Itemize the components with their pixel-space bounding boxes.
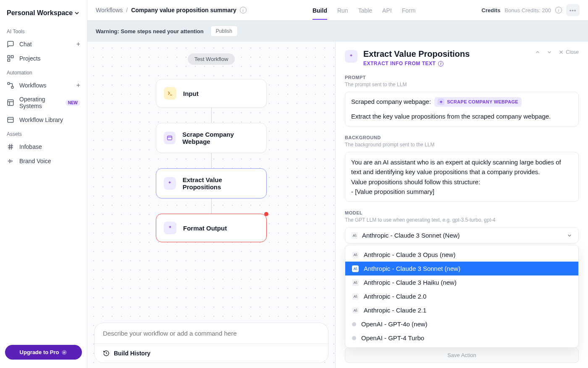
sidebar-item-workflow-library[interactable]: Workflow Library bbox=[0, 113, 87, 127]
info-icon[interactable]: i bbox=[438, 61, 444, 66]
breadcrumb-root[interactable]: Workflows bbox=[96, 7, 123, 13]
tab-form[interactable]: Form bbox=[402, 5, 416, 20]
background-input[interactable]: You are an AI assistant who is an expert… bbox=[345, 152, 579, 202]
sidebar-item-infobase[interactable]: Infobase bbox=[0, 140, 87, 154]
prompt-prefix: Scraped company webpage: bbox=[351, 97, 431, 107]
sidebar-item-label: Operating Systems bbox=[19, 96, 60, 109]
workspace-switcher[interactable]: Personal Workspace bbox=[0, 5, 87, 24]
error-dot-icon bbox=[264, 212, 268, 216]
library-icon bbox=[7, 116, 14, 124]
svg-rect-4 bbox=[11, 86, 13, 88]
history-icon bbox=[103, 350, 110, 357]
voice-icon bbox=[7, 157, 14, 165]
model-option[interactable]: A\Anthropic - Claude 2.1 bbox=[345, 303, 578, 317]
chat-icon bbox=[7, 40, 14, 48]
projects-icon bbox=[7, 55, 14, 62]
model-select-trigger[interactable]: A\ Anthropic - Claude 3 Sonnet (New) bbox=[345, 227, 579, 244]
anthropic-icon: A\ bbox=[352, 307, 359, 314]
sparkle-icon bbox=[164, 177, 176, 190]
anthropic-icon: A\ bbox=[352, 265, 359, 272]
model-dropdown: A\Anthropic - Claude 3 Opus (new) A\Anth… bbox=[345, 245, 579, 348]
tab-build[interactable]: Build bbox=[312, 5, 327, 20]
canvas-bottom: Build History bbox=[87, 318, 335, 368]
command-input[interactable] bbox=[94, 323, 328, 344]
model-option[interactable]: A\Anthropic - Claude 2.0 bbox=[345, 289, 578, 303]
globe-icon bbox=[164, 132, 176, 144]
prompt-input[interactable]: Scraped company webpage: ✦ SCRAPE COMPAN… bbox=[345, 92, 579, 127]
test-workflow-button[interactable]: Test Workflow bbox=[188, 53, 235, 65]
sidebar-item-brand-voice[interactable]: Brand Voice bbox=[0, 154, 87, 168]
sidebar-item-operating-systems[interactable]: Operating Systems NEW bbox=[0, 93, 87, 113]
grid-icon bbox=[7, 99, 14, 106]
svg-rect-1 bbox=[11, 56, 13, 58]
tab-api[interactable]: API bbox=[382, 5, 392, 20]
panel-titleblock: Extract Value Propositions EXTRACT INFO … bbox=[363, 49, 529, 66]
svg-rect-0 bbox=[8, 56, 10, 58]
sidebar-item-chat[interactable]: Chat + bbox=[0, 37, 87, 51]
variable-chip[interactable]: ✦ SCRAPE COMPANY WEBPAGE bbox=[434, 97, 522, 107]
field-label-prompt: PROMPT bbox=[345, 75, 579, 80]
chevron-up-icon[interactable] bbox=[535, 49, 541, 55]
section-label-assets: Assets bbox=[0, 127, 87, 140]
publish-button[interactable]: Publish bbox=[210, 26, 238, 37]
anthropic-icon: A\ bbox=[352, 293, 359, 300]
credits-label: Credits bbox=[482, 7, 501, 13]
check-icon bbox=[61, 349, 67, 355]
svg-line-13 bbox=[11, 144, 12, 150]
tab-table[interactable]: Table bbox=[358, 5, 372, 20]
model-option[interactable]: A\Anthropic - Claude 3 Haiku (new) bbox=[345, 275, 578, 289]
canvas-inner[interactable]: Test Workflow Input Scrape Company Webpa… bbox=[87, 42, 335, 318]
node-scrape[interactable]: Scrape Company Webpage bbox=[156, 123, 267, 153]
chevron-down-icon bbox=[74, 10, 80, 16]
tab-run[interactable]: Run bbox=[337, 5, 348, 20]
upgrade-button[interactable]: Upgrade to Pro bbox=[5, 345, 82, 360]
breadcrumb: Workflows / Company value proposition su… bbox=[96, 7, 247, 13]
info-icon[interactable]: i bbox=[555, 7, 562, 13]
connector bbox=[211, 153, 212, 168]
sidebar-item-projects[interactable]: Projects bbox=[0, 51, 87, 66]
sidebar-item-label: Projects bbox=[19, 55, 80, 62]
new-badge: NEW bbox=[66, 100, 80, 106]
section-label-ai-tools: AI Tools bbox=[0, 24, 87, 37]
svg-line-12 bbox=[9, 144, 10, 150]
info-icon[interactable]: i bbox=[240, 7, 247, 13]
warning-bar: Warning: Some steps need your attention … bbox=[87, 21, 588, 42]
close-button[interactable]: Close bbox=[558, 49, 579, 55]
sidebar-item-label: Brand Voice bbox=[19, 158, 80, 164]
sidebar-item-label: Workflows bbox=[19, 82, 71, 89]
node-input[interactable]: Input bbox=[156, 79, 267, 108]
tabs: Build Run Table API Form bbox=[312, 5, 415, 15]
field-desc-prompt: The prompt sent to the LLM bbox=[345, 82, 579, 87]
content-row: Test Workflow Input Scrape Company Webpa… bbox=[87, 42, 588, 368]
model-option[interactable]: A\Anthropic - Claude 3 Sonnet (new) bbox=[345, 262, 578, 275]
sidebar-item-workflows[interactable]: Workflows + bbox=[0, 78, 87, 93]
node-label: Scrape Company Webpage bbox=[182, 131, 259, 145]
field-label-model: MODEL bbox=[345, 210, 579, 215]
panel-title: Extract Value Propositions bbox=[363, 49, 529, 59]
sparkle-icon bbox=[345, 50, 357, 63]
section-label-automation: Automation bbox=[0, 66, 87, 78]
breadcrumb-title: Company value proposition summary bbox=[131, 7, 236, 13]
inspector-panel: Extract Value Propositions EXTRACT INFO … bbox=[335, 42, 588, 368]
hash-icon bbox=[7, 143, 14, 151]
input-icon bbox=[164, 87, 176, 100]
panel-subtitle: EXTRACT INFO FROM TEXT i bbox=[363, 61, 444, 66]
build-history-button[interactable]: Build History bbox=[94, 344, 328, 363]
node-format[interactable]: Format Output bbox=[156, 214, 267, 242]
chevron-down-icon[interactable] bbox=[546, 49, 552, 55]
main: Workflows / Company value proposition su… bbox=[87, 0, 588, 368]
plus-icon[interactable]: + bbox=[76, 40, 80, 48]
chevron-down-icon bbox=[567, 233, 572, 238]
credits-bonus: Bonus Credits: 200 bbox=[504, 7, 551, 13]
svg-rect-20 bbox=[168, 136, 172, 140]
model-option[interactable]: OpenAI - GPT-4 Turbo bbox=[345, 331, 578, 345]
sparkle-icon bbox=[164, 222, 176, 234]
model-option[interactable]: A\Anthropic - Claude 3 Opus (new) bbox=[345, 248, 578, 262]
warning-text: Warning: Some steps need your attention bbox=[96, 28, 204, 34]
node-extract[interactable]: Extract Value Propositions bbox=[156, 168, 267, 199]
plus-icon[interactable]: + bbox=[76, 82, 80, 89]
panel-header: Extract Value Propositions EXTRACT INFO … bbox=[345, 49, 579, 66]
more-button[interactable]: ••• bbox=[566, 4, 580, 16]
model-option[interactable]: OpenAI - GPT-4o (new) bbox=[345, 317, 578, 331]
save-action-button[interactable]: Save Action bbox=[345, 347, 579, 363]
